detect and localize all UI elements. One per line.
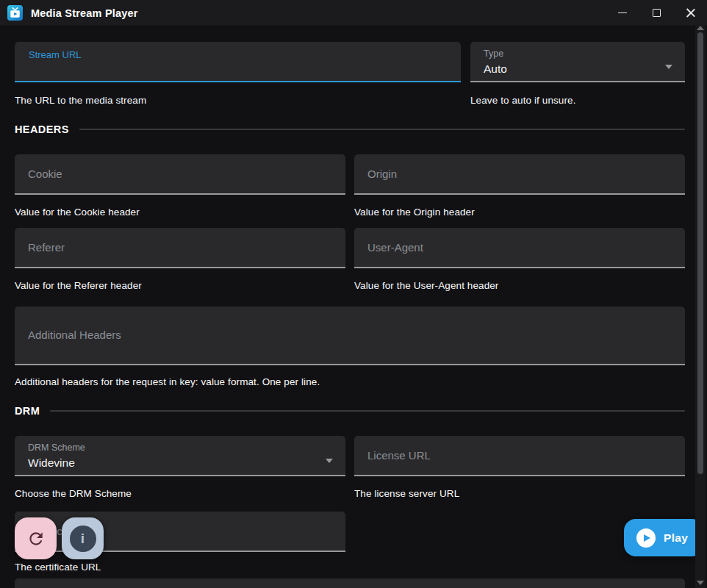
scroll-up-icon[interactable] bbox=[697, 26, 704, 30]
cookie-field[interactable] bbox=[15, 154, 345, 195]
headers-section-title: HEADERS bbox=[15, 123, 69, 135]
stream-url-helper: The URL to the media stream bbox=[15, 95, 461, 106]
close-button[interactable] bbox=[673, 0, 707, 26]
origin-field[interactable] bbox=[354, 154, 685, 195]
cookie-helper: Value for the Cookie header bbox=[15, 207, 345, 218]
drm-section-title: DRM bbox=[15, 405, 40, 417]
headers-divider bbox=[79, 129, 685, 130]
additional-headers-field[interactable] bbox=[15, 306, 685, 365]
type-select[interactable]: Type Auto bbox=[470, 42, 685, 82]
info-icon-letter: i bbox=[81, 531, 85, 547]
app-icon bbox=[7, 5, 23, 21]
play-triangle bbox=[644, 534, 650, 542]
play-button-label: Play bbox=[664, 531, 688, 545]
referer-input[interactable] bbox=[15, 228, 345, 267]
row-referer-useragent bbox=[15, 228, 685, 268]
cookie-input[interactable] bbox=[15, 154, 345, 193]
next-field-partial[interactable] bbox=[15, 578, 685, 588]
row-drm-license-helpers: Choose the DRM Scheme The license server… bbox=[15, 488, 685, 499]
additional-headers-helper: Additional headers for the request in ke… bbox=[15, 376, 685, 387]
chevron-down-icon bbox=[665, 65, 672, 69]
scrollbar-thumb[interactable] bbox=[697, 32, 703, 474]
type-helper: Leave to auto if unsure. bbox=[470, 95, 685, 106]
form-content: Stream URL Type Auto The URL to the medi… bbox=[0, 26, 707, 588]
user-agent-helper: Value for the User-Agent header bbox=[354, 280, 685, 291]
refresh-fab-button[interactable] bbox=[15, 517, 57, 559]
maximize-button[interactable] bbox=[639, 0, 673, 26]
stream-url-field[interactable]: Stream URL bbox=[15, 42, 461, 82]
close-icon bbox=[686, 8, 695, 18]
referer-field[interactable] bbox=[15, 228, 345, 268]
license-url-helper: The license server URL bbox=[354, 488, 685, 499]
license-url-input[interactable] bbox=[354, 436, 685, 475]
play-icon bbox=[636, 528, 656, 548]
user-agent-input[interactable] bbox=[354, 228, 685, 267]
row-drm-license: DRM Scheme Widevine bbox=[15, 436, 685, 476]
row-certificate-helpers: The certificate URL bbox=[15, 562, 685, 573]
window-controls bbox=[606, 0, 707, 26]
minimize-icon bbox=[618, 12, 627, 13]
play-button[interactable]: Play bbox=[624, 519, 703, 556]
license-url-field[interactable] bbox=[354, 436, 685, 476]
scroll-down-icon[interactable] bbox=[697, 581, 704, 585]
type-select-label: Type bbox=[484, 49, 503, 59]
refresh-icon bbox=[26, 529, 46, 548]
minimize-button[interactable] bbox=[606, 0, 639, 26]
drm-scheme-helper: Choose the DRM Scheme bbox=[15, 488, 345, 499]
chevron-down-icon bbox=[326, 459, 333, 463]
headers-section-header: HEADERS bbox=[15, 123, 685, 135]
type-select-value: Auto bbox=[484, 62, 507, 76]
drm-scheme-label: DRM Scheme bbox=[28, 442, 85, 453]
additional-headers-textarea[interactable] bbox=[15, 306, 685, 364]
certificate-helper-spacer bbox=[354, 562, 685, 573]
origin-input[interactable] bbox=[354, 154, 685, 193]
app-window: Media Stream Player Stream URL Type Auto… bbox=[0, 0, 707, 588]
info-fab-button[interactable]: i bbox=[62, 517, 104, 559]
origin-helper: Value for the Origin header bbox=[354, 207, 685, 218]
user-agent-field[interactable] bbox=[354, 228, 685, 268]
row-stream-type-helpers: The URL to the media stream Leave to aut… bbox=[15, 95, 685, 106]
window-title: Media Stream Player bbox=[31, 7, 138, 19]
info-icon: i bbox=[70, 526, 96, 552]
drm-divider bbox=[50, 410, 685, 412]
drm-scheme-select[interactable]: DRM Scheme Widevine bbox=[15, 436, 345, 476]
stream-url-input[interactable] bbox=[15, 42, 461, 81]
drm-section-header: DRM bbox=[15, 405, 685, 417]
certificate-url-helper: The certificate URL bbox=[15, 562, 345, 573]
row-referer-useragent-helpers: Value for the Referer header Value for t… bbox=[15, 280, 685, 291]
titlebar: Media Stream Player bbox=[0, 0, 707, 26]
vertical-scrollbar[interactable] bbox=[695, 24, 706, 588]
row-cookie-origin-helpers: Value for the Cookie header Value for th… bbox=[15, 207, 685, 218]
row-stream-type: Stream URL Type Auto bbox=[15, 42, 685, 82]
referer-helper: Value for the Referer header bbox=[15, 280, 345, 291]
drm-scheme-value: Widevine bbox=[28, 456, 75, 470]
row-cookie-origin bbox=[15, 154, 685, 195]
maximize-icon bbox=[653, 9, 661, 17]
row-certificate bbox=[15, 512, 685, 552]
